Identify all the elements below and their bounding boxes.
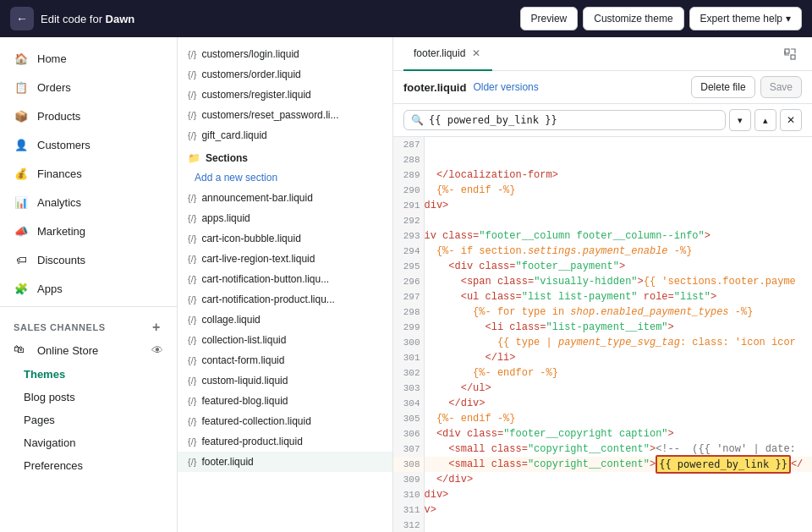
sidebar-item-label: Finances [37,167,82,180]
file-name: gift_card.liquid [201,129,266,141]
sidebar-item-label: Apps [37,282,63,295]
sidebar-item-label: Discounts [37,254,85,266]
liquid-file-icon: {/} [188,396,196,406]
liquid-file-icon: {/} [188,335,196,345]
online-store-label: Online Store [37,344,98,357]
sidebar-subitem-pages[interactable]: Pages [0,409,177,431]
file-item-customers-order[interactable]: {/} customers/order.liquid [178,64,392,85]
sales-channels-section: SALES CHANNELS + [0,310,177,337]
svg-rect-0 [785,49,789,53]
code-line-302: 302 {%- endfor -%} [393,365,812,381]
tab-footer-liquid[interactable]: footer.liquid ✕ [403,37,492,71]
sidebar-item-marketing[interactable]: 📣 Marketing [0,217,177,245]
marketing-icon: 📣 [14,223,29,239]
sections-header: 📁 Sections [178,145,392,167]
file-item-cart-live-region[interactable]: {/} cart-live-region-text.liquid [178,249,392,269]
file-name: customers/register.liquid [201,89,310,101]
save-button[interactable]: Save [760,76,802,98]
code-line-312: 312 [393,518,812,532]
search-down-button[interactable]: ▾ [729,109,751,131]
sidebar-item-label: Orders [37,81,71,94]
search-icon: 🔍 [411,114,424,126]
discounts-icon: 🏷 [14,252,29,267]
title-prefix: Edit code for [41,13,106,25]
sidebar-item-analytics[interactable]: 📊 Analytics [0,188,177,217]
expert-label: Expert theme help [700,13,782,25]
code-line-290: 290 {%- endif -%} [393,183,812,198]
sidebar-item-discounts[interactable]: 🏷 Discounts [0,245,177,274]
file-item-customers-login[interactable]: {/} customers/login.liquid [178,44,392,64]
sidebar-item-label: Customers [37,139,91,151]
sidebar-subitem-blog-posts[interactable]: Blog posts [0,386,177,409]
sidebar-item-orders[interactable]: 📋 Orders [0,73,177,101]
close-tab-button[interactable]: ✕ [470,47,482,59]
liquid-file-icon: {/} [188,233,196,244]
sidebar-item-label: Analytics [37,196,81,209]
file-item-customers-reset[interactable]: {/} customers/reset_password.li... [178,105,392,125]
sidebar-nav: 🏠 Home 📋 Orders 📦 Products 👤 Customers 💰… [0,37,177,484]
add-sales-channel-button[interactable]: + [150,321,163,334]
search-up-button[interactable]: ▴ [754,109,776,131]
add-section-link[interactable]: Add a new section [178,167,392,188]
file-item-footer[interactable]: {/} footer.liquid [178,452,392,472]
sidebar-subitem-preferences[interactable]: Preferences [0,454,177,477]
sidebar-subitem-navigation[interactable]: Navigation [0,431,177,454]
file-item-cart-notification-prod[interactable]: {/} cart-notification-product.liqu... [178,289,392,310]
file-item-cart-icon-bubble[interactable]: {/} cart-icon-bubble.liquid [178,228,392,249]
sidebar-item-apps[interactable]: 🧩 Apps [0,274,177,303]
file-item-collection-list[interactable]: {/} collection-list.liquid [178,330,392,350]
sidebar-subitem-themes[interactable]: Themes [0,363,177,386]
search-input[interactable] [429,114,718,126]
sidebar-item-products[interactable]: 📦 Products [0,101,177,130]
file-name: collage.liquid [201,314,260,326]
file-name: featured-product.liquid [201,436,302,447]
file-name: custom-liquid.liquid [201,375,288,387]
preview-button[interactable]: Preview [520,7,579,30]
older-versions-link[interactable]: Older versions [473,81,538,93]
file-name: customers/login.liquid [201,48,299,60]
code-table: 287 288 289 </localization-form> 290 {%-… [393,137,812,532]
file-item-gift-card[interactable]: {/} gift_card.liquid [178,125,392,145]
eye-icon[interactable]: 👁 [151,343,163,357]
file-item-featured-blog[interactable]: {/} featured-blog.liquid [178,391,392,411]
file-name: cart-notification-product.liqu... [201,293,334,305]
sidebar-item-home[interactable]: 🏠 Home [0,44,177,73]
file-item-featured-product[interactable]: {/} featured-product.liquid [178,431,392,452]
code-line-300: 300 {{ type | payment_type_svg_tag: clas… [393,335,812,350]
file-item-customers-register[interactable]: {/} customers/register.liquid [178,85,392,105]
code-line-291: 291 div> [393,198,812,213]
tab-label: footer.liquid [414,47,465,59]
folder-icon: 📁 [188,152,200,164]
topbar-title: Edit code for Dawn [41,13,134,25]
sidebar-item-customers[interactable]: 👤 Customers [0,130,177,159]
code-line-309: 309 </div> [393,472,812,487]
file-item-featured-collection[interactable]: {/} featured-collection.liquid [178,411,392,431]
customize-theme-button[interactable]: Customize theme [583,7,683,30]
liquid-file-icon: {/} [188,376,196,386]
liquid-file-icon: {/} [188,315,196,325]
toolbar-left: footer.liquid Older versions [403,81,539,94]
code-line-289: 289 </localization-form> [393,167,812,183]
code-line-287: 287 [393,137,812,152]
liquid-file-icon: {/} [188,110,196,120]
back-button[interactable]: ← [10,7,34,30]
expand-editor-button[interactable] [778,42,802,66]
sidebar-item-online-store[interactable]: 🛍 Online Store 👁 [0,337,177,363]
liquid-file-icon: {/} [188,457,196,467]
search-close-button[interactable]: ✕ [780,109,802,131]
expert-theme-help-button[interactable]: Expert theme help ▾ [689,7,802,30]
file-name: customers/order.liquid [201,69,300,80]
expand-icon [784,48,796,60]
file-name: featured-blog.liquid [201,395,288,407]
file-item-custom-liquid[interactable]: {/} custom-liquid.liquid [178,370,392,391]
analytics-icon: 📊 [14,195,29,210]
code-content: 287 288 289 </localization-form> 290 {%-… [393,137,812,532]
file-item-collage[interactable]: {/} collage.liquid [178,310,392,330]
file-item-cart-notification-btn[interactable]: {/} cart-notification-button.liqu... [178,269,392,289]
file-item-contact-form[interactable]: {/} contact-form.liquid [178,350,392,370]
file-item-apps[interactable]: {/} apps.liquid [178,208,392,228]
file-name: cart-icon-bubble.liquid [201,233,300,244]
delete-file-button[interactable]: Delete file [691,76,754,98]
file-item-announcement-bar[interactable]: {/} announcement-bar.liquid [178,188,392,208]
sidebar-item-finances[interactable]: 💰 Finances [0,159,177,188]
